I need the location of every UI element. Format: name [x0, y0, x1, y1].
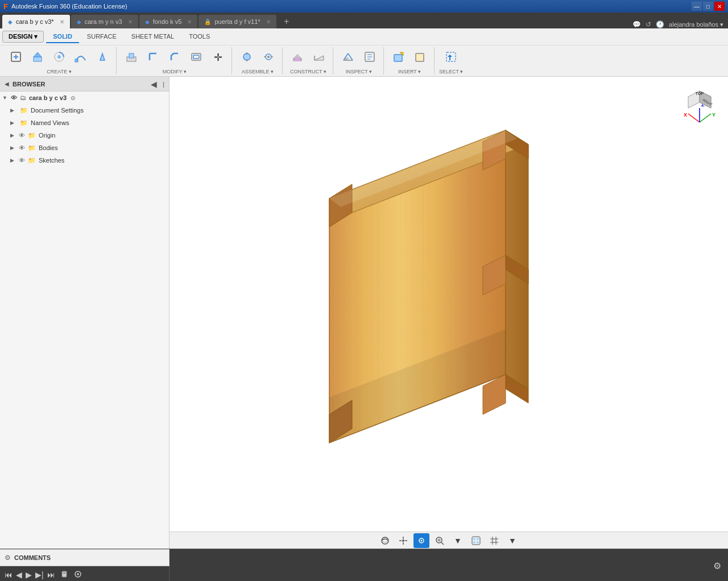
revolve-button[interactable] [49, 47, 69, 68]
chamfer-button[interactable] [164, 47, 185, 68]
extrude-button[interactable] [27, 47, 48, 68]
tree-visibility-root[interactable]: 👁 [11, 94, 17, 101]
tab-label-2: cara m y n v3 [85, 18, 122, 25]
orbit-button[interactable] [377, 533, 393, 548]
timeline-nav-prev-prev[interactable]: ⏮ [5, 570, 13, 579]
assemble-btn-2[interactable] [258, 47, 279, 68]
tab-surface[interactable]: SURFACE [80, 31, 123, 43]
press-pull-button[interactable] [121, 47, 142, 68]
construct-btn-1[interactable] [287, 47, 308, 68]
inspect-btn-2[interactable] [359, 47, 380, 68]
timeline-icon-2[interactable] [73, 569, 83, 580]
tree-folder-bodies: 📁 [28, 144, 36, 152]
orientation-cube[interactable]: X Y Z TOP RIGHT [677, 82, 722, 128]
timeline-bar: ⏮ ◀ ▶ ▶| ⏭ [0, 566, 169, 581]
tree-item-origin[interactable]: ▶ 👁 📁 Origin [8, 129, 169, 142]
sweep-button[interactable] [71, 47, 91, 68]
assemble-label: ASSEMBLE ▾ [242, 69, 274, 74]
svg-point-6 [57, 55, 61, 59]
tab-close-1[interactable]: ✕ [60, 19, 64, 25]
comments-bar[interactable]: ⚙ COMMENTS [0, 549, 169, 566]
select-btn-1[interactable] [441, 47, 461, 68]
display-settings-button[interactable] [468, 533, 484, 548]
tab-bar: ◆ cara b y c v3* ✕ ◆ cara m y n v3 ✕ ◆ f… [0, 13, 728, 28]
tree-visibility-bodies[interactable]: 👁 [19, 144, 25, 151]
insert-btn-2[interactable] [410, 47, 431, 68]
tree-item-named-views[interactable]: ▶ 📁 Named Views [8, 117, 169, 129]
shell-button[interactable] [186, 47, 206, 68]
add-tab-button[interactable]: + [280, 15, 293, 28]
timeline-nav-next[interactable]: ▶| [35, 570, 44, 579]
tree-visibility-sketches[interactable]: 👁 [19, 157, 25, 164]
tab-tools[interactable]: TOOLS [182, 31, 217, 43]
tree-item-root[interactable]: ▼ 👁 🗂 cara b y c v3 ⊙ [0, 92, 169, 104]
look-button[interactable] [413, 533, 429, 548]
tree-arrow-named-views: ▶ [10, 120, 17, 126]
timeline-nav-prev[interactable]: ◀ [16, 570, 22, 579]
tree-item-sketches[interactable]: ▶ 👁 📁 Sketches [8, 154, 169, 167]
tree-item-doc-settings[interactable]: ▶ 📁 Document Settings [8, 104, 169, 117]
svg-rect-3 [34, 57, 42, 61]
timeline-nav-next-next[interactable]: ⏭ [47, 570, 55, 579]
inspect-icon-1: ⌲ [341, 50, 355, 65]
tab-close-3[interactable]: ✕ [187, 19, 192, 25]
pan-button[interactable] [395, 533, 411, 548]
tab-puerta-d-y-f-v11[interactable]: 🔒 puerta d y f v11* ✕ [198, 15, 276, 28]
tree-target-root[interactable]: ⊙ [71, 95, 75, 101]
timeline-icon-1[interactable] [61, 569, 71, 580]
assemble-icon-2 [262, 50, 275, 65]
inspect-icon-2 [363, 50, 377, 65]
browser-header: ◀ BROWSER ◀ | [0, 77, 169, 92]
inspect-btn-1[interactable]: ⌲ [338, 47, 358, 68]
design-button[interactable]: DESIGN ▾ [2, 31, 44, 43]
tab-cara-m-y-n-v3[interactable]: ◆ cara m y n v3 ✕ [71, 15, 138, 28]
zoom-mode-button[interactable]: ▼ [450, 533, 466, 548]
move-button[interactable]: ✛ [208, 47, 228, 68]
canvas-area: X Y Z TOP RIGHT [169, 77, 728, 549]
browser-pin-button[interactable]: | [163, 81, 164, 88]
zoom-fit-button[interactable] [432, 533, 448, 548]
construct-buttons [287, 47, 329, 68]
tree-label-doc-settings: Document Settings [31, 107, 84, 114]
tab-fondo-k-v5[interactable]: ◆ fondo k v5 ✕ [139, 15, 198, 28]
minimize-button[interactable]: — [692, 2, 702, 11]
tree-item-bodies[interactable]: ▶ 👁 📁 Bodies [8, 142, 169, 154]
insert-btn-1[interactable] [388, 47, 409, 68]
tab-label-1: cara b y c v3* [16, 18, 54, 25]
extrude-icon [31, 50, 44, 65]
undo-icon[interactable]: ↺ [646, 20, 651, 28]
timeline-nav-play[interactable]: ▶ [26, 570, 32, 579]
assemble-btn-1[interactable] [237, 47, 257, 68]
viewport[interactable]: X Y Z TOP RIGHT [169, 77, 728, 549]
construct-btn-2[interactable] [309, 47, 329, 68]
tab-close-2[interactable]: ✕ [128, 19, 133, 25]
browser-back-arrow[interactable]: ◀ [5, 81, 9, 87]
account-icon[interactable]: alejandra bolaños ▾ [669, 21, 723, 28]
history-icon[interactable]: 🕐 [656, 20, 664, 28]
grid-button[interactable] [486, 533, 502, 548]
tab-icon-2: ◆ [77, 19, 81, 25]
press-pull-icon [125, 50, 138, 65]
new-component-button[interactable] [6, 47, 26, 68]
tree-arrow-origin: ▶ [10, 132, 17, 138]
svg-rect-77 [473, 541, 475, 543]
fillet-button[interactable] [143, 47, 163, 68]
tab-close-4[interactable]: ✕ [266, 19, 271, 25]
close-button[interactable]: ✕ [714, 2, 725, 11]
maximize-button[interactable]: □ [703, 2, 713, 11]
settings-gear-icon[interactable]: ⚙ [713, 561, 721, 571]
fillet-icon [146, 50, 160, 65]
svg-rect-35 [416, 54, 423, 61]
tree-folder-origin: 📁 [28, 132, 36, 139]
loft-button[interactable] [92, 47, 113, 68]
browser-collapse-button[interactable]: ◀ [151, 80, 157, 89]
tab-cara-b-y-c-v3[interactable]: ◆ cara b y c v3* ✕ [2, 15, 70, 28]
insert-label: INSERT ▾ [398, 69, 421, 74]
svg-text:⌲: ⌲ [345, 56, 349, 60]
svg-marker-22 [315, 56, 324, 60]
tab-solid[interactable]: SOLID [46, 31, 79, 43]
notifications-icon[interactable]: 💬 [632, 20, 641, 28]
tab-sheet-metal[interactable]: SHEET METAL [125, 31, 181, 43]
snap-button[interactable]: ▼ [504, 533, 520, 548]
tree-visibility-origin[interactable]: 👁 [19, 132, 25, 139]
